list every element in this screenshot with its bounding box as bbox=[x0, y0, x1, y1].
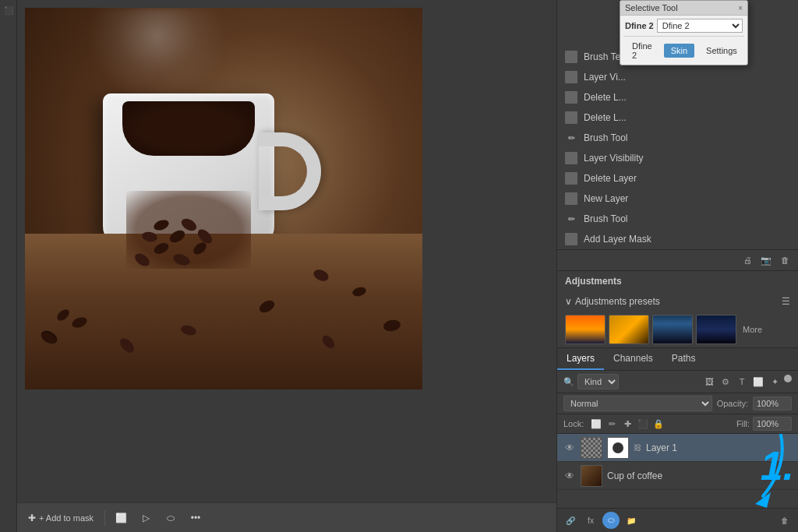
blend-row: Normal Opacity: 100% bbox=[557, 393, 798, 414]
layers-fx-icon[interactable]: fx bbox=[582, 512, 599, 529]
panel-camera-icon[interactable]: 📷 bbox=[759, 253, 773, 267]
lock-move-icon[interactable]: ✚ bbox=[621, 417, 634, 430]
delete-l1-label: Delete L... bbox=[584, 92, 790, 103]
preset-night[interactable] bbox=[696, 315, 736, 344]
popup-filter-label: Dfine 2 bbox=[625, 21, 654, 30]
lock-brush-icon[interactable]: ✏ bbox=[606, 417, 618, 430]
layer-1-name: Layer 1 bbox=[646, 442, 792, 453]
popup-close-button[interactable]: × bbox=[738, 4, 743, 12]
add-layer-mask-label: Add Layer Mask bbox=[584, 234, 790, 245]
coffee-bg bbox=[25, 8, 422, 389]
popup-sub-row: Dfine 2 Skin Settings bbox=[620, 37, 747, 65]
layer-ctrl-type[interactable]: T bbox=[735, 375, 749, 389]
panel-icons-row: 🖨 📷 🗑 bbox=[557, 250, 798, 271]
opacity-label: Opacity: bbox=[717, 399, 748, 408]
menu-item-layer-vi[interactable]: Layer Vi... bbox=[557, 67, 798, 87]
brush-tool2-icon: ✏ bbox=[565, 213, 577, 225]
layers-controls: 🔍 Kind 🖼 ⚙ T ⬜ ✦ bbox=[557, 371, 798, 393]
layer-ctrl-adj[interactable]: ⚙ bbox=[719, 375, 733, 389]
layers-folder-icon[interactable]: 📁 bbox=[623, 512, 640, 529]
new-layer-icon bbox=[565, 192, 577, 205]
preset-golden[interactable] bbox=[609, 315, 649, 344]
brush-ted-icon bbox=[565, 51, 577, 63]
menu-item-brush-tool2[interactable]: ✏ Brush Tool bbox=[557, 209, 798, 229]
menu-item-layer-visibility[interactable]: Layer Visibility bbox=[557, 148, 798, 168]
popup-filter-select[interactable]: Dfine 2 bbox=[657, 19, 743, 33]
layer-ctrl-shape[interactable]: ⬜ bbox=[751, 375, 765, 389]
adj-presets-label: Adjustments presets bbox=[575, 296, 660, 307]
layer-coffee-name: Cup of coffee bbox=[607, 470, 792, 481]
panel-trash-icon[interactable]: 🗑 bbox=[778, 253, 792, 267]
tab-paths[interactable]: Paths bbox=[662, 348, 705, 370]
layer-ctrl-img[interactable]: 🖼 bbox=[702, 375, 716, 389]
fill-value[interactable]: 100% bbox=[753, 417, 792, 431]
kind-icon: 🔍 bbox=[563, 377, 574, 387]
menu-item-add-layer-mask[interactable]: Add Layer Mask bbox=[557, 229, 798, 249]
layers-tabs: Layers Channels Paths bbox=[557, 348, 798, 371]
tab-layers[interactable]: Layers bbox=[557, 348, 604, 370]
menu-item-delete-layer[interactable]: Delete Layer bbox=[557, 168, 798, 188]
layer-row-1[interactable]: 👁 ⛓ Layer 1 bbox=[557, 434, 798, 462]
menu-item-brush-tool1[interactable]: ✏ Brush Tool bbox=[557, 128, 798, 148]
preset-dark-landscape[interactable] bbox=[652, 315, 693, 344]
blend-mode-select[interactable]: Normal bbox=[563, 396, 712, 411]
toolbar-icon-tri[interactable]: ▷ bbox=[136, 509, 155, 527]
canvas-wrapper bbox=[17, 0, 556, 502]
toolbar-icon-more[interactable]: ••• bbox=[186, 509, 205, 527]
new-layer-label: New Layer bbox=[584, 193, 790, 204]
layer-1-chain-icon: ⛓ bbox=[634, 443, 641, 452]
delete-l2-label: Delete L... bbox=[584, 112, 790, 123]
tabs-spacer bbox=[704, 348, 798, 370]
preset-more-button[interactable]: More bbox=[740, 323, 765, 336]
adj-menu-icon[interactable]: ☰ bbox=[782, 296, 790, 307]
lock-artboard-icon[interactable]: ⬛ bbox=[637, 417, 649, 430]
cup-interior bbox=[122, 101, 255, 156]
layers-kind-select[interactable]: Kind bbox=[577, 374, 619, 389]
adjustments-section: Adjustments ∨ Adjustments presets ☰ More bbox=[557, 271, 798, 347]
layers-link-icon[interactable]: 🔗 bbox=[562, 512, 579, 529]
toolbar-icon-square[interactable]: ⬜ bbox=[111, 509, 130, 527]
opacity-value[interactable]: 100% bbox=[753, 396, 792, 410]
add-layer-mask-icon bbox=[565, 233, 577, 245]
layers-mask-icon[interactable]: ⬭ bbox=[602, 512, 620, 529]
popup-sub-skin[interactable]: Skin bbox=[664, 44, 694, 58]
left-tool-1[interactable]: ⬛ bbox=[2, 3, 16, 17]
delete-l2-icon bbox=[565, 111, 577, 124]
toolbar-sep-1 bbox=[104, 510, 105, 526]
svg-marker-0 bbox=[755, 492, 771, 508]
layers-bottom-bar: 🔗 fx ⬭ 📁 🗑 bbox=[557, 508, 798, 532]
panel-print-icon[interactable]: 🖨 bbox=[740, 253, 754, 267]
preset-sunset[interactable] bbox=[565, 315, 606, 344]
menu-item-new-layer[interactable]: New Layer bbox=[557, 188, 798, 209]
toolbar-icon-circle[interactable]: ⬭ bbox=[161, 509, 180, 527]
menu-item-delete-l1[interactable]: Delete L... bbox=[557, 87, 798, 107]
delete-layer-icon bbox=[565, 172, 577, 185]
layer-1-thumb-check bbox=[581, 437, 602, 459]
brush-tool2-label: Brush Tool bbox=[584, 213, 790, 224]
lock-checkerboard-icon[interactable]: ⬜ bbox=[590, 417, 602, 430]
tab-channels[interactable]: Channels bbox=[604, 348, 662, 370]
add-to-mask-button[interactable]: ✚ + Add to mask bbox=[23, 510, 98, 526]
left-toolbar: ⬛ bbox=[0, 0, 17, 532]
layers-trash-icon[interactable]: 🗑 bbox=[776, 512, 793, 529]
layer-ctrl-smart[interactable]: ✦ bbox=[768, 375, 782, 389]
popup-sub-dfine[interactable]: Dfine 2 bbox=[625, 39, 659, 62]
layer-ctrl-extra[interactable] bbox=[784, 375, 792, 382]
add-mask-icon: ✚ bbox=[28, 513, 36, 523]
bottom-toolbar: ✚ + Add to mask ⬜ ▷ ⬭ ••• bbox=[17, 502, 556, 532]
main-area: ✚ + Add to mask ⬜ ▷ ⬭ ••• bbox=[17, 0, 556, 532]
popup-sub-settings[interactable]: Settings bbox=[699, 44, 744, 58]
lock-row: Lock: ⬜ ✏ ✚ ⬛ 🔒 Fill: 100% bbox=[557, 414, 798, 434]
layers-list: 👁 ⛓ Layer 1 👁 Cup of coffee bbox=[557, 434, 798, 508]
menu-item-delete-l2[interactable]: Delete L... bbox=[557, 107, 798, 128]
layer-coffee-thumb bbox=[581, 465, 602, 487]
layer-1-eye[interactable]: 👁 bbox=[563, 442, 576, 454]
layer-row-coffee[interactable]: 👁 Cup of coffee bbox=[557, 462, 798, 490]
layer-coffee-eye[interactable]: 👁 bbox=[563, 470, 576, 482]
popup-filter-row: Dfine 2 Dfine 2 bbox=[620, 16, 747, 36]
lock-all-icon[interactable]: 🔒 bbox=[652, 417, 665, 430]
fill-label: Fill: bbox=[736, 419, 750, 428]
adj-chevron-icon[interactable]: ∨ bbox=[565, 296, 572, 307]
popup-title: Selective Tool bbox=[625, 3, 678, 12]
add-mask-label: + Add to mask bbox=[39, 513, 94, 523]
